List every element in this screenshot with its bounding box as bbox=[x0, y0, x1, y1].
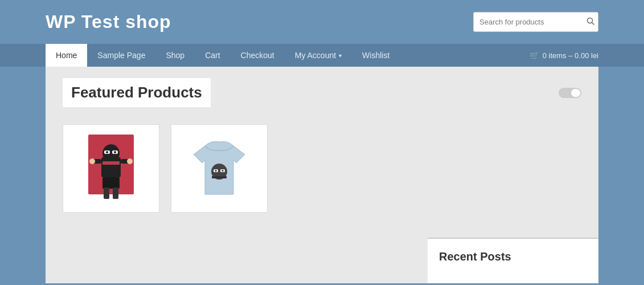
svg-rect-13 bbox=[113, 188, 118, 199]
search-bar bbox=[473, 12, 598, 32]
svg-point-21 bbox=[222, 170, 224, 172]
nav-item-sample-page[interactable]: Sample Page bbox=[87, 44, 155, 67]
svg-rect-22 bbox=[212, 176, 227, 178]
recent-posts-title: Recent Posts bbox=[439, 250, 587, 263]
svg-rect-11 bbox=[102, 177, 120, 189]
my-account-chevron-icon: ▾ bbox=[339, 52, 342, 59]
nav-item-shop[interactable]: Shop bbox=[155, 44, 195, 67]
search-button[interactable] bbox=[581, 13, 598, 31]
svg-point-20 bbox=[215, 170, 217, 172]
search-icon bbox=[586, 17, 594, 25]
cart-icon: 🛒 bbox=[530, 51, 539, 60]
search-input[interactable] bbox=[474, 13, 581, 31]
product-ninja-image bbox=[68, 132, 154, 206]
cart-label: 0 items – 0.00 lei bbox=[543, 51, 598, 60]
site-header: WP Test shop bbox=[0, 0, 644, 44]
section-header: Featured Products bbox=[63, 78, 581, 107]
nav-item-home[interactable]: Home bbox=[46, 44, 87, 67]
products-row bbox=[63, 119, 581, 218]
main-nav: Home Sample Page Shop Cart Checkout My A… bbox=[0, 44, 644, 67]
svg-rect-16 bbox=[102, 161, 120, 165]
svg-rect-12 bbox=[104, 188, 109, 199]
product-card-ninja[interactable] bbox=[63, 124, 159, 213]
featured-title: Featured Products bbox=[63, 78, 211, 107]
nav-item-wishlist[interactable]: Wishlist bbox=[352, 44, 400, 67]
product-tshirt-image bbox=[177, 132, 262, 206]
recent-posts-section: Recent Posts bbox=[428, 238, 598, 283]
svg-point-7 bbox=[106, 151, 108, 153]
site-title: WP Test shop bbox=[46, 11, 171, 32]
svg-line-1 bbox=[592, 23, 594, 25]
cart-summary[interactable]: 🛒 0 items – 0.00 lei bbox=[530, 51, 598, 60]
nav-item-checkout[interactable]: Checkout bbox=[231, 44, 285, 67]
nav-item-cart[interactable]: Cart bbox=[195, 44, 230, 67]
svg-point-8 bbox=[114, 151, 116, 153]
main-content: Featured Products bbox=[46, 67, 598, 238]
bottom-section: Recent Posts bbox=[46, 238, 598, 283]
toggle-button[interactable] bbox=[559, 88, 581, 98]
nav-item-my-account[interactable]: My Account ▾ bbox=[285, 44, 352, 67]
svg-point-15 bbox=[127, 158, 133, 164]
svg-point-14 bbox=[89, 158, 95, 164]
product-card-tshirt[interactable] bbox=[171, 124, 268, 213]
